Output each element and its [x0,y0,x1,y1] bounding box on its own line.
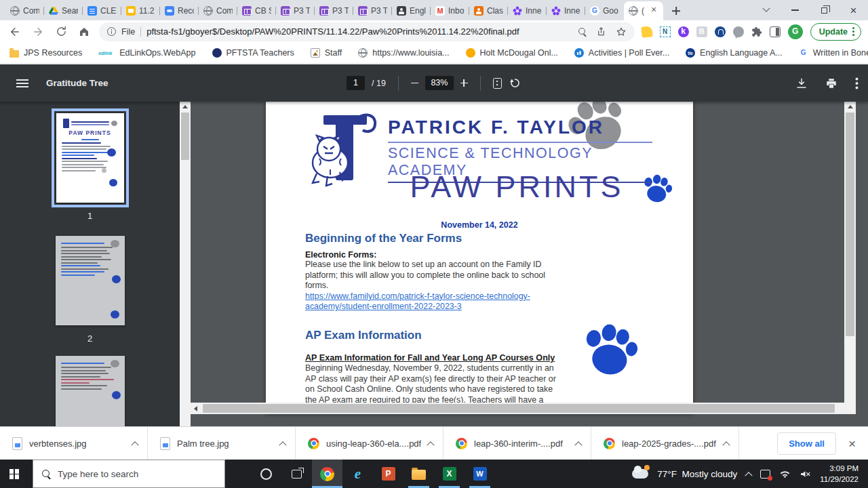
bookmark-star-icon[interactable] [616,26,627,37]
update-button[interactable]: Update [810,23,861,41]
browser-tab-active[interactable]: ( [624,1,663,20]
chevron-up-icon[interactable] [722,441,730,449]
minimize-button[interactable] [781,0,810,20]
print-button[interactable] [825,77,837,89]
chevron-up-icon[interactable] [427,441,434,449]
browser-tab[interactable]: Com [5,1,44,20]
scroll-up-arrow[interactable] [848,105,853,108]
chevron-up-icon[interactable] [279,441,286,449]
browser-tab[interactable]: P3 T [353,1,392,20]
rotate-button[interactable] [509,77,521,89]
zoom-in-button[interactable] [460,79,468,87]
close-downloads-icon[interactable]: × [848,437,856,450]
scrollbar-thumb[interactable] [846,113,854,336]
powerpoint-button[interactable] [373,460,403,488]
bookmark-item[interactable]: Staff [311,48,342,58]
page-number-input[interactable]: 1 [347,76,365,90]
browser-tab[interactable]: Sear [44,1,83,20]
extensions-puzzle-icon[interactable] [751,26,762,37]
browser-menu-icon[interactable] [852,27,854,36]
bookmark-item[interactable]: Holt McDougal Onl... [466,48,558,58]
chrome-taskbar-button[interactable] [312,460,342,488]
scroll-up-arrow[interactable] [182,105,188,108]
task-view-button[interactable] [281,460,312,488]
new-tab-button[interactable] [667,2,685,20]
start-button[interactable] [0,460,33,488]
zoom-level-input[interactable]: 83% [425,76,454,90]
profile-avatar[interactable] [788,24,803,39]
forward-button[interactable] [30,24,46,40]
page-info-icon[interactable] [107,27,116,36]
browser-tab[interactable]: Inne [547,1,585,20]
browser-tab[interactable]: 11.2 [121,1,160,20]
scrollbar-thumb[interactable] [181,113,189,160]
thumbnail-page-2[interactable]: 2 [56,236,125,344]
b-extension-icon[interactable] [696,26,707,37]
address-bar[interactable]: File pftsta-fs1/gboyer$/Desktop/PAW%20PR… [99,22,635,41]
bookmark-item[interactable]: https://www.louisia... [358,48,449,58]
notification-tray-icon[interactable] [760,470,770,479]
browser-tab[interactable]: Clas [469,1,508,20]
browser-tab[interactable]: CB S [237,1,276,20]
cortana-button[interactable] [251,460,281,488]
bookmark-item[interactable]: Activities | Poll Ever... [574,48,669,58]
wifi-icon[interactable] [779,469,791,479]
zoom-out-button[interactable] [411,83,418,84]
taskbar-search[interactable] [33,460,225,488]
familyid-link[interactable]: https://www.familyid.com/patrick-f-taylo… [305,291,560,312]
bookmark-item[interactable]: English Language A... [686,48,783,58]
search-icon[interactable] [578,28,587,36]
download-item[interactable]: verbtenses.jpg [0,427,148,460]
speaker-muted-icon[interactable] [800,469,811,479]
home-button[interactable] [76,24,92,40]
download-item[interactable]: using-leap-360-ela....pdf [296,427,443,460]
bookmark-item[interactable]: PFTSTA Teachers [212,48,294,58]
scroll-left-arrow[interactable] [194,406,197,411]
word-button[interactable] [465,460,495,488]
search-input[interactable] [58,469,224,479]
taskbar-clock[interactable]: 3:09 PM 11/29/2022 [820,463,861,485]
download-item[interactable]: leap-2025-grades-....pdf [591,427,739,460]
tab-search-chevron-icon[interactable] [751,0,781,20]
thumbnail-page-1[interactable]: PAW PRINTS 1 [56,113,124,221]
file-explorer-button[interactable] [403,460,434,488]
url-text[interactable]: pftsta-fs1/gboyer$/Desktop/PAW%20PRINTS/… [146,26,572,37]
fit-page-button[interactable] [493,78,502,89]
download-item[interactable]: leap-360-interim-....pdf [443,427,591,460]
download-item[interactable]: Palm tree.jpg [148,427,296,460]
browser-tab[interactable]: CLEP [83,1,121,20]
browser-tab[interactable]: Reco [160,1,199,20]
browser-tab[interactable]: Com [199,1,237,20]
close-window-button[interactable]: × [839,0,868,20]
reload-button[interactable] [53,24,69,40]
bookmark-item[interactable]: Written in Bone: Bu... [799,48,868,58]
browser-tab[interactable]: Engl [392,1,431,20]
excel-button[interactable] [434,460,465,488]
blue-circle-extension-icon[interactable] [715,26,726,37]
back-button[interactable] [7,24,23,40]
tab-close-icon[interactable] [649,6,658,16]
weather-widget[interactable]: 77°F Mostly cloudy [657,469,737,479]
chevron-up-icon[interactable] [574,441,582,449]
side-panel-icon[interactable] [770,26,781,37]
thumbs-up-extension-icon[interactable] [641,26,653,38]
chevron-up-icon[interactable] [131,441,138,449]
internet-explorer-button[interactable]: e [342,460,373,488]
menu-icon[interactable] [16,79,28,87]
show-all-button[interactable]: Show all [777,432,836,455]
bookmark-item[interactable]: EdLinkOps.WebApp [98,48,195,58]
kami-extension-icon[interactable] [678,26,689,37]
show-hidden-icons-chevron[interactable] [745,472,753,479]
thumbnail-page-3[interactable] [56,356,125,426]
bookmark-item[interactable]: JPS Resources [9,48,82,58]
weather-icon[interactable] [632,469,648,479]
notion-extension-icon[interactable] [660,26,671,37]
browser-tab[interactable]: P3 T [315,1,353,20]
more-options-icon[interactable] [855,77,859,89]
browser-tab[interactable]: Goo [585,1,624,20]
download-button[interactable] [795,77,808,89]
browser-tab[interactable]: Inne [508,1,547,20]
balloon-extension-icon[interactable] [733,26,744,37]
browser-tab[interactable]: Inbo [431,1,469,20]
scrollbar-thumb[interactable] [203,404,835,413]
